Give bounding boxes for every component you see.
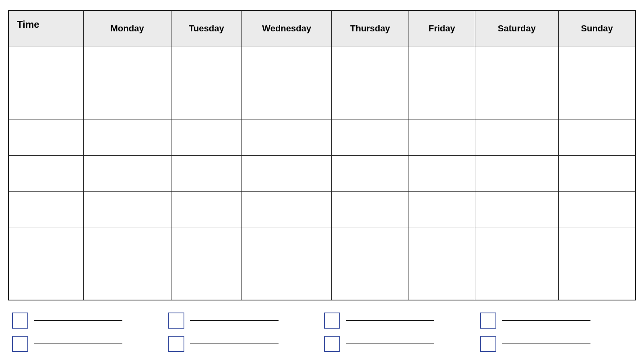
time-cell[interactable] xyxy=(8,264,83,300)
legend-item xyxy=(168,313,320,329)
schedule-cell[interactable] xyxy=(332,264,409,300)
sunday-header: Sunday xyxy=(559,10,636,47)
schedule-cell[interactable] xyxy=(83,191,171,228)
schedule-cell[interactable] xyxy=(409,155,475,191)
legend-line xyxy=(502,343,590,344)
schedule-cell[interactable] xyxy=(171,47,242,83)
schedule-cell[interactable] xyxy=(559,264,636,300)
schedule-cell[interactable] xyxy=(559,83,636,119)
legend-item xyxy=(324,336,476,352)
legend-checkbox[interactable] xyxy=(12,313,28,329)
schedule-cell[interactable] xyxy=(83,155,171,191)
legend-checkbox[interactable] xyxy=(324,336,340,352)
schedule-cell[interactable] xyxy=(332,119,409,155)
time-cell[interactable] xyxy=(8,47,83,83)
schedule-cell[interactable] xyxy=(171,264,242,300)
legend-area xyxy=(8,313,636,352)
schedule-cell[interactable] xyxy=(559,155,636,191)
schedule-cell[interactable] xyxy=(409,83,475,119)
schedule-cell[interactable] xyxy=(332,47,409,83)
schedule-cell[interactable] xyxy=(242,264,332,300)
saturday-header: Saturday xyxy=(475,10,558,47)
legend-line xyxy=(34,320,122,321)
schedule-cell[interactable] xyxy=(242,47,332,83)
schedule-cell[interactable] xyxy=(475,83,558,119)
schedule-cell[interactable] xyxy=(83,47,171,83)
schedule-cell[interactable] xyxy=(475,155,558,191)
legend-item xyxy=(12,336,164,352)
schedule-cell[interactable] xyxy=(559,47,636,83)
thursday-header: Thursday xyxy=(332,10,409,47)
time-cell[interactable] xyxy=(8,119,83,155)
schedule-cell[interactable] xyxy=(332,191,409,228)
schedule-container: Time Monday Tuesday Wednesday Thursday F… xyxy=(8,10,636,352)
schedule-cell[interactable] xyxy=(559,228,636,264)
legend-item xyxy=(480,313,632,329)
schedule-cell[interactable] xyxy=(409,47,475,83)
legend-checkbox[interactable] xyxy=(480,313,496,329)
schedule-cell[interactable] xyxy=(171,228,242,264)
legend-line xyxy=(346,320,434,321)
legend-line xyxy=(346,343,434,344)
schedule-cell[interactable] xyxy=(242,155,332,191)
schedule-cell[interactable] xyxy=(409,191,475,228)
schedule-cell[interactable] xyxy=(83,83,171,119)
tuesday-header: Tuesday xyxy=(171,10,242,47)
schedule-cell[interactable] xyxy=(332,83,409,119)
schedule-cell[interactable] xyxy=(242,83,332,119)
legend-item xyxy=(324,313,476,329)
schedule-table: Time Monday Tuesday Wednesday Thursday F… xyxy=(8,10,636,300)
time-header: Time xyxy=(8,10,83,47)
legend-checkbox[interactable] xyxy=(168,313,184,329)
schedule-cell[interactable] xyxy=(171,191,242,228)
schedule-cell[interactable] xyxy=(475,47,558,83)
schedule-cell[interactable] xyxy=(83,264,171,300)
schedule-cell[interactable] xyxy=(171,119,242,155)
schedule-cell[interactable] xyxy=(475,228,558,264)
schedule-cell[interactable] xyxy=(332,155,409,191)
friday-header: Friday xyxy=(409,10,475,47)
schedule-cell[interactable] xyxy=(559,191,636,228)
legend-line xyxy=(190,343,279,344)
schedule-cell[interactable] xyxy=(171,155,242,191)
legend-line xyxy=(34,343,122,344)
schedule-cell[interactable] xyxy=(475,119,558,155)
time-cell[interactable] xyxy=(8,191,83,228)
legend-checkbox[interactable] xyxy=(480,336,496,352)
schedule-cell[interactable] xyxy=(242,191,332,228)
schedule-cell[interactable] xyxy=(409,119,475,155)
schedule-cell[interactable] xyxy=(242,228,332,264)
legend-line xyxy=(502,320,590,321)
monday-header: Monday xyxy=(83,10,171,47)
legend-checkbox[interactable] xyxy=(324,313,340,329)
schedule-cell[interactable] xyxy=(559,119,636,155)
wednesday-header: Wednesday xyxy=(242,10,332,47)
schedule-cell[interactable] xyxy=(242,119,332,155)
legend-item xyxy=(480,336,632,352)
schedule-cell[interactable] xyxy=(83,119,171,155)
legend-line xyxy=(190,320,279,321)
schedule-cell[interactable] xyxy=(171,83,242,119)
legend-checkbox[interactable] xyxy=(12,336,28,352)
time-cell[interactable] xyxy=(8,83,83,119)
schedule-cell[interactable] xyxy=(83,228,171,264)
legend-item xyxy=(12,313,164,329)
schedule-cell[interactable] xyxy=(409,228,475,264)
time-cell[interactable] xyxy=(8,228,83,264)
time-cell[interactable] xyxy=(8,155,83,191)
schedule-cell[interactable] xyxy=(409,264,475,300)
schedule-cell[interactable] xyxy=(475,264,558,300)
schedule-cell[interactable] xyxy=(332,228,409,264)
legend-item xyxy=(168,336,320,352)
legend-checkbox[interactable] xyxy=(168,336,184,352)
schedule-cell[interactable] xyxy=(475,191,558,228)
